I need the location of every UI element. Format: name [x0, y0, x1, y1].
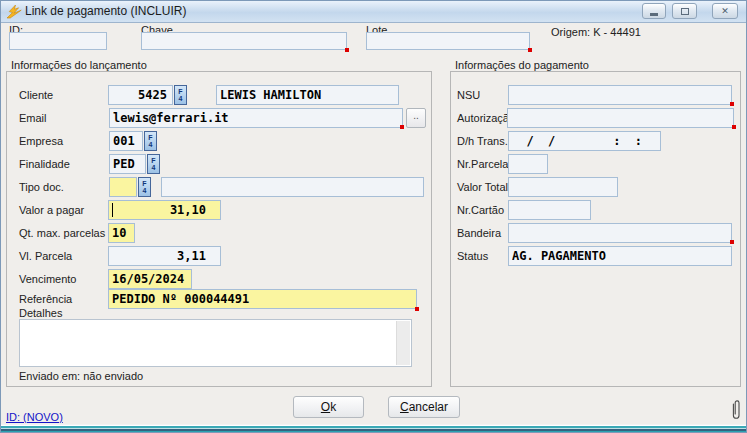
cliente-name-field[interactable]: [216, 85, 399, 105]
f4-icon: F: [151, 157, 155, 164]
cancel-button[interactable]: Cancelar: [388, 396, 460, 418]
vl-parcela-label: Vl. Parcela: [19, 250, 72, 262]
required-dot: [345, 48, 349, 52]
f4-icon: F: [148, 134, 152, 141]
valor-total-label: Valor Total: [457, 181, 508, 193]
required-dot: [730, 102, 734, 106]
email-label: Email: [19, 112, 47, 124]
ok-button[interactable]: Ok: [293, 396, 364, 418]
ellipsis-icon: ..: [413, 110, 419, 121]
app-window: Link de pagamento (INCLUIR) ✕ ID: Chave …: [0, 0, 747, 433]
window-title: Link de pagamento (INCLUIR): [25, 4, 186, 18]
status-stripe: [1, 424, 746, 432]
finalidade-label: Finalidade: [19, 158, 70, 170]
maximize-icon: [681, 8, 689, 15]
f4-icon: F: [178, 88, 182, 95]
origem-text: Origem: K - 44491: [551, 26, 641, 38]
email-field[interactable]: [109, 108, 403, 128]
empresa-f4-lookup-button[interactable]: F 4: [144, 131, 157, 151]
cliente-label: Cliente: [19, 89, 53, 101]
f4-icon: 4: [143, 187, 147, 194]
id-novo-link[interactable]: ID: (NOVO): [6, 411, 63, 423]
referencia-label: Referência: [19, 293, 72, 305]
close-icon: ✕: [721, 6, 729, 16]
text-caret: [112, 203, 113, 217]
nr-cartao-label: Nr.Cartão: [457, 204, 504, 216]
tipo-doc-label: Tipo doc.: [19, 181, 64, 193]
enviado-status-text: Enviado em: não enviado: [19, 370, 143, 382]
valor-a-pagar-field[interactable]: [108, 200, 221, 220]
empresa-field[interactable]: [109, 131, 143, 151]
nr-parcelas-field[interactable]: [508, 154, 548, 174]
required-dot: [528, 48, 532, 52]
vencimento-label: Vencimento: [19, 273, 76, 285]
titlebar: Link de pagamento (INCLUIR) ✕: [1, 1, 746, 23]
email-browse-button[interactable]: ..: [406, 108, 426, 128]
f4-icon: F: [142, 180, 146, 187]
required-dot: [400, 125, 404, 129]
finalidade-f4-lookup-button[interactable]: F 4: [147, 154, 160, 174]
nr-cartao-field[interactable]: [508, 200, 591, 220]
lote-field[interactable]: [366, 32, 530, 50]
dh-trans-field[interactable]: [508, 131, 661, 151]
paperclip-icon[interactable]: [730, 398, 742, 422]
valor-total-field[interactable]: [508, 177, 618, 197]
detalhes-textarea[interactable]: [19, 319, 412, 367]
status-field[interactable]: [508, 246, 732, 266]
vencimento-field[interactable]: [108, 269, 192, 289]
minimize-button[interactable]: [642, 3, 666, 19]
id-field[interactable]: [9, 32, 107, 50]
vl-parcela-field[interactable]: [108, 246, 221, 266]
nsu-label: NSU: [457, 89, 480, 101]
f4-icon: 4: [179, 95, 183, 102]
qt-max-parcelas-field[interactable]: [108, 223, 135, 243]
f4-icon: 4: [149, 141, 153, 148]
minimize-icon: [650, 13, 658, 16]
lancamento-group-title: Informações do lançamento: [9, 59, 149, 71]
autorizacao-field[interactable]: [507, 108, 734, 128]
detalhes-label: Detalhes: [19, 307, 62, 319]
tipo-doc-field[interactable]: [109, 177, 137, 197]
scrollbar[interactable]: [396, 321, 410, 365]
referencia-field[interactable]: [108, 289, 417, 309]
cliente-f4-lookup-button[interactable]: F 4: [174, 85, 187, 105]
dh-trans-label: D/h Trans.: [457, 135, 508, 147]
nsu-field[interactable]: [508, 85, 732, 105]
required-dot: [732, 125, 736, 129]
f4-icon: 4: [152, 164, 156, 171]
bandeira-label: Bandeira: [457, 227, 501, 239]
bandeira-field[interactable]: [508, 223, 732, 243]
qt-max-parcelas-label: Qt. max. parcelas: [19, 227, 105, 239]
pagamento-group-title: Informações do pagamento: [453, 59, 591, 71]
status-label: Status: [457, 250, 488, 262]
app-icon: [6, 4, 22, 19]
tipo-doc-desc-field[interactable]: [161, 177, 424, 197]
finalidade-field[interactable]: [109, 154, 146, 174]
required-dot: [415, 307, 419, 311]
cliente-code-field[interactable]: [108, 85, 173, 105]
chave-field[interactable]: [141, 32, 347, 50]
close-button[interactable]: ✕: [712, 3, 738, 19]
empresa-label: Empresa: [19, 135, 63, 147]
required-dot: [730, 240, 734, 244]
maximize-button[interactable]: [672, 3, 697, 19]
valor-a-pagar-label: Valor a pagar: [19, 204, 84, 216]
tipo-doc-f4-lookup-button[interactable]: F 4: [138, 177, 151, 197]
nr-parcelas-label: Nr.Parcelas: [457, 158, 514, 170]
